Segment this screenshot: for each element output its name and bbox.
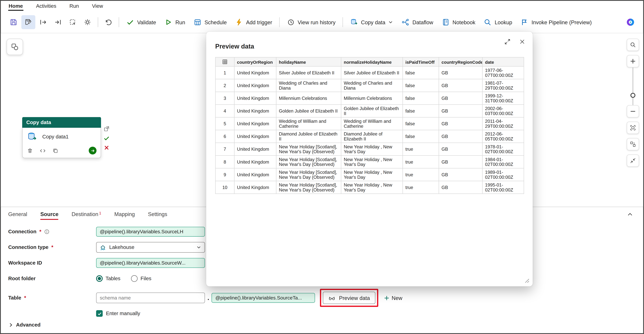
undo-button[interactable] — [102, 15, 116, 29]
radio-files[interactable]: Files — [131, 275, 151, 282]
enter-manually-checkbox[interactable] — [96, 310, 103, 317]
connection-type-label: Connection type* — [8, 244, 96, 250]
zoom-slider-knob[interactable] — [630, 93, 636, 98]
chevron-right-icon — [8, 322, 13, 327]
save-button[interactable] — [6, 15, 20, 29]
collapse-panel-button[interactable] — [624, 208, 636, 220]
table-cell: Wedding of William and Catherine — [341, 117, 403, 130]
open-output-icon[interactable] — [104, 126, 110, 132]
radio-dot — [131, 275, 138, 282]
success-check-icon[interactable] — [104, 135, 110, 141]
column-header[interactable]: date — [482, 57, 524, 66]
tab-source[interactable]: Source — [40, 207, 58, 221]
row-number-cell: 4 — [215, 105, 234, 117]
notebook-button[interactable]: Notebook — [438, 15, 479, 29]
table-expression-field[interactable] — [212, 293, 315, 303]
validate-button[interactable]: Validate — [122, 15, 160, 29]
auto-align-button[interactable] — [627, 138, 639, 150]
tab-mapping[interactable]: Mapping — [114, 207, 135, 221]
column-header[interactable]: holidayName — [276, 57, 341, 66]
menu-home[interactable]: Home — [8, 2, 23, 11]
zoom-out-button[interactable] — [627, 105, 639, 118]
connection-expression-field[interactable] — [96, 227, 205, 236]
zoom-slider[interactable] — [627, 67, 639, 105]
activity-name-label: Copy data1 — [42, 134, 69, 140]
preview-data-button[interactable]: Preview data — [323, 292, 375, 304]
save-as-button[interactable] — [21, 15, 35, 29]
undo-icon — [104, 18, 112, 26]
workspace-id-expression-field[interactable] — [96, 258, 205, 268]
invoke-pipeline-button[interactable]: Invoke Pipeline (Preview) — [517, 15, 596, 29]
add-trigger-button[interactable]: Add trigger — [231, 15, 276, 29]
delete-activity-button[interactable] — [27, 147, 33, 154]
column-header[interactable]: normalizeHolidayName — [341, 57, 403, 66]
canvas-dock-button[interactable] — [6, 39, 23, 55]
expand-dialog-button[interactable] — [503, 38, 511, 46]
row-number-cell: 3 — [215, 92, 234, 105]
canvas-search-button[interactable] — [627, 39, 639, 51]
table-row: 4United KingdomGolden Jubilee of Elizabe… — [215, 105, 524, 117]
red-annotation-box: Preview data — [320, 289, 378, 307]
column-header[interactable]: countryOrRegion — [234, 57, 276, 66]
tab-general[interactable]: General — [8, 207, 27, 221]
table-cell: New Year Holiday , New Year's Day — [341, 168, 403, 181]
connection-type-dropdown[interactable]: Lakehouse — [96, 242, 205, 253]
modal-title: Preview data — [206, 32, 533, 57]
settings-button[interactable] — [80, 15, 94, 29]
activity-header: Copy data — [22, 117, 101, 128]
view-run-history-button[interactable]: View run history — [283, 15, 339, 29]
info-icon[interactable] — [44, 229, 50, 235]
table-row: 3United KingdomMillennium CelebrationsMi… — [215, 92, 524, 105]
table-cell: New Year Holiday , New Year's Day — [341, 156, 403, 168]
pipeline-editor-window: Home Activities Run View Valida — [0, 0, 644, 334]
table-row: 6United KingdomDiamond Jubilee of Elizab… — [215, 130, 524, 143]
advanced-toggle[interactable]: Advanced — [8, 322, 636, 328]
collapse-canvas-button[interactable] — [627, 155, 639, 167]
duplicate-activity-button[interactable] — [52, 147, 59, 154]
new-connection-button[interactable]: New — [384, 295, 402, 301]
table-cell: false — [403, 105, 439, 117]
table-cell: 1981-07-29T00:00:00Z — [482, 79, 524, 92]
copy-data-activity-card[interactable]: Copy data Copy data1 — [22, 117, 101, 158]
glasses-icon — [328, 294, 336, 301]
copy-data-toolbar-button[interactable]: Copy data — [346, 15, 397, 29]
copilot-button[interactable] — [624, 15, 638, 29]
menu-view[interactable]: View — [92, 2, 104, 11]
tab-settings[interactable]: Settings — [148, 207, 167, 221]
error-x-icon[interactable] — [104, 145, 110, 151]
close-dialog-button[interactable] — [518, 38, 526, 46]
zoom-to-fit-button[interactable] — [627, 122, 639, 134]
schema-table-separator: . — [208, 294, 209, 301]
table-cell: United Kingdom — [234, 130, 276, 143]
resize-handle[interactable] — [524, 277, 529, 283]
table-cell: Golden Jubilee of Elizabeth II — [341, 105, 403, 117]
lookup-button[interactable]: Lookup — [480, 15, 516, 29]
zoom-in-button[interactable] — [627, 55, 639, 67]
radio-tables[interactable]: Tables — [96, 275, 120, 282]
import-button[interactable] — [51, 15, 65, 29]
tab-destination[interactable]: Destination1 — [72, 207, 101, 221]
table-cell: GB — [439, 79, 482, 92]
activity-status-icons — [104, 126, 110, 151]
table-cell: Diamond Jubilee of Elizabeth II — [341, 130, 403, 143]
dataflow-button[interactable]: Dataflow — [398, 15, 437, 29]
table-cell: GB — [439, 92, 482, 105]
run-button[interactable]: Run — [160, 15, 189, 29]
export-button[interactable] — [36, 15, 50, 29]
column-header[interactable]: countryRegionCode — [439, 57, 482, 66]
menu-run[interactable]: Run — [69, 2, 79, 11]
table-label: Table* — [8, 295, 96, 301]
column-header[interactable]: isPaidTimeOff — [403, 57, 439, 66]
activity-output-port[interactable] — [89, 147, 96, 154]
table-cell: 2011-04-29T00:00:00Z — [482, 117, 524, 130]
schema-name-input[interactable] — [96, 292, 205, 303]
table-cell: false — [403, 92, 439, 105]
schedule-button[interactable]: Schedule — [190, 15, 230, 29]
add-trigger-label: Add trigger — [246, 19, 272, 25]
multi-select-button[interactable] — [66, 15, 80, 29]
table-cell: GB — [439, 168, 482, 181]
menu-activities[interactable]: Activities — [36, 2, 57, 11]
code-view-button[interactable] — [40, 147, 46, 154]
table-cell: GB — [439, 130, 482, 143]
root-folder-radio-group: Tables Files — [96, 275, 151, 282]
